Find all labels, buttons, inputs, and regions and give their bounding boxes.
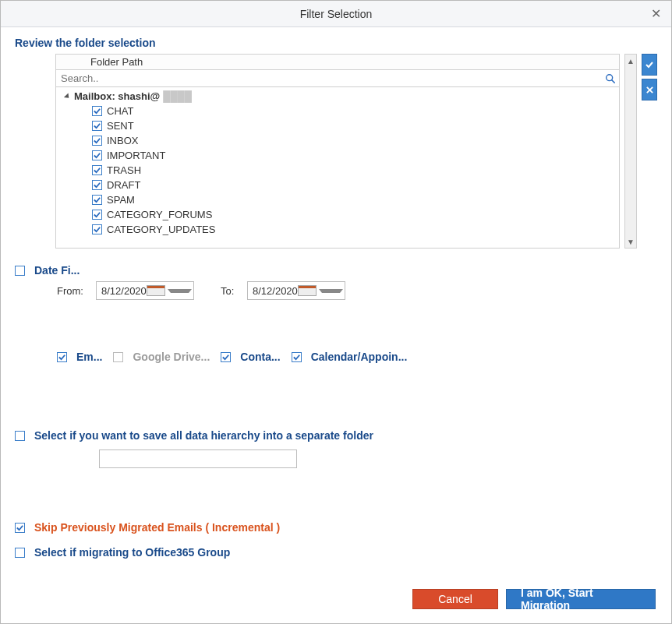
- hierarchy-folder-input[interactable]: [99, 449, 297, 468]
- save-hierarchy-block: Select if you want to save all data hier…: [15, 429, 657, 468]
- tree-item-checkbox[interactable]: [92, 136, 102, 146]
- deselect-all-button[interactable]: [642, 79, 657, 100]
- tree-item[interactable]: CATEGORY_UPDATES: [56, 222, 619, 237]
- tree-item-label: SPAM: [107, 194, 135, 206]
- tree-item-label: CATEGORY_UPDATES: [107, 224, 215, 235]
- calendar-icon[interactable]: [147, 285, 166, 296]
- to-label: To:: [221, 285, 239, 297]
- check-icon: [93, 225, 101, 234]
- date-filter-checkbox[interactable]: [15, 266, 25, 276]
- tree-item[interactable]: SENT: [56, 118, 619, 133]
- tree-item-checkbox[interactable]: [92, 106, 102, 116]
- type-email-checkbox[interactable]: [57, 352, 67, 362]
- folder-column-header-label: Folder Path: [56, 56, 143, 68]
- titlebar: Filter Selection ✕: [1, 1, 671, 27]
- tree-root-label: Mailbox: shashi@: [74, 90, 160, 102]
- tree-item[interactable]: IMPORTANT: [56, 148, 619, 163]
- cancel-button[interactable]: Cancel: [412, 589, 498, 609]
- folder-search-row: [56, 70, 619, 87]
- folder-selection-area: Folder Path Mailbox: shashi@ ████ CHATSE…: [55, 54, 657, 249]
- start-migration-button-label: I am OK, Start Migration: [521, 587, 641, 612]
- type-calendar-label: Calendar/Appoin...: [311, 351, 408, 363]
- folder-scrollbar[interactable]: ▲ ▼: [624, 54, 637, 249]
- tree-item-label: CHAT: [107, 105, 133, 117]
- tree-item-checkbox[interactable]: [92, 224, 102, 234]
- tree-item[interactable]: INBOX: [56, 133, 619, 148]
- type-contacts-checkbox[interactable]: [221, 352, 231, 362]
- o365-checkbox[interactable]: [15, 548, 25, 558]
- svg-line-1: [612, 79, 615, 83]
- from-date-value: 8/12/2020: [101, 285, 147, 297]
- o365-label: Select if migrating to Office365 Group: [34, 546, 230, 559]
- folder-tree[interactable]: Mailbox: shashi@ ████ CHATSENTINBOXIMPOR…: [56, 87, 619, 248]
- tree-item-checkbox[interactable]: [92, 121, 102, 131]
- cancel-button-label: Cancel: [438, 593, 472, 605]
- save-hierarchy-checkbox[interactable]: [15, 431, 25, 441]
- type-contacts: Conta...: [221, 351, 280, 363]
- folder-column-header[interactable]: Folder Path: [56, 55, 619, 70]
- skip-row: Skip Previously Migrated Emails ( Increm…: [15, 521, 657, 534]
- check-icon: [221, 353, 230, 361]
- date-filter-label: Date Fi...: [34, 264, 80, 277]
- check-icon: [93, 210, 101, 219]
- to-date-input[interactable]: 8/12/2020: [247, 281, 345, 300]
- scroll-up-icon[interactable]: ▲: [625, 55, 636, 67]
- from-date-input[interactable]: 8/12/2020: [96, 281, 194, 300]
- folder-search-input[interactable]: [56, 71, 602, 86]
- tree-item[interactable]: CHAT: [56, 104, 619, 118]
- tree-item[interactable]: DRAFT: [56, 178, 619, 192]
- item-types-row: Em... Google Drive... Conta... Calendar/…: [57, 351, 657, 363]
- tree-item-label: CATEGORY_FORUMS: [107, 209, 212, 220]
- dialog-footer: Cancel I am OK, Start Migration: [412, 589, 656, 609]
- save-hierarchy-row: Select if you want to save all data hier…: [15, 429, 657, 442]
- section-heading: Review the folder selection: [15, 37, 657, 49]
- tree-item-checkbox[interactable]: [92, 195, 102, 205]
- dialog-body: Review the folder selection Folder Path …: [1, 27, 671, 573]
- close-icon: ✕: [651, 6, 661, 21]
- start-migration-button[interactable]: I am OK, Start Migration: [506, 589, 656, 609]
- tree-item-checkbox[interactable]: [92, 180, 102, 190]
- to-date-value: 8/12/2020: [253, 285, 298, 297]
- tree-item[interactable]: CATEGORY_FORUMS: [56, 207, 619, 222]
- date-filter-block: Date Fi... From: 8/12/2020 To: 8/12/2020: [15, 264, 657, 300]
- type-gdrive: Google Drive...: [113, 351, 210, 363]
- tree-root[interactable]: Mailbox: shashi@ ████: [56, 89, 619, 104]
- save-hierarchy-label: Select if you want to save all data hier…: [34, 429, 373, 442]
- folder-bulk-buttons: [642, 54, 657, 249]
- select-all-button[interactable]: [642, 54, 657, 76]
- check-icon: [93, 151, 101, 160]
- scroll-down-icon[interactable]: ▼: [625, 235, 636, 248]
- o365-row: Select if migrating to Office365 Group: [15, 546, 657, 559]
- tree-item[interactable]: SPAM: [56, 192, 619, 207]
- search-icon[interactable]: [602, 73, 619, 84]
- type-gdrive-label: Google Drive...: [133, 351, 210, 363]
- tree-item[interactable]: TRASH: [56, 163, 619, 178]
- chevron-down-icon[interactable]: [168, 289, 192, 293]
- tree-item-label: IMPORTANT: [107, 150, 165, 161]
- type-contacts-label: Conta...: [240, 351, 280, 363]
- tree-item-label: INBOX: [107, 135, 138, 146]
- chevron-down-icon[interactable]: [319, 289, 343, 293]
- from-label: From:: [57, 285, 88, 297]
- close-button[interactable]: ✕: [648, 5, 663, 21]
- skip-checkbox[interactable]: [15, 523, 25, 533]
- x-icon: [645, 86, 654, 94]
- folder-panel: Folder Path Mailbox: shashi@ ████ CHATSE…: [55, 54, 620, 249]
- type-calendar-checkbox[interactable]: [292, 352, 302, 362]
- check-icon: [93, 166, 101, 175]
- check-icon: [93, 181, 101, 189]
- type-email-label: Em...: [76, 351, 102, 363]
- tree-item-checkbox[interactable]: [92, 165, 102, 175]
- type-calendar: Calendar/Appoin...: [292, 351, 408, 363]
- check-icon: [93, 122, 101, 130]
- check-icon: [292, 353, 301, 361]
- tree-root-domain-redacted: ████: [163, 90, 192, 102]
- calendar-icon[interactable]: [298, 285, 317, 296]
- tree-item-checkbox[interactable]: [92, 150, 102, 160]
- window-title: Filter Selection: [300, 8, 373, 20]
- tree-item-label: SENT: [107, 120, 134, 132]
- check-icon: [93, 196, 101, 204]
- tree-item-checkbox[interactable]: [92, 210, 102, 220]
- tree-collapse-icon[interactable]: [64, 93, 71, 100]
- tree-item-label: TRASH: [107, 164, 141, 176]
